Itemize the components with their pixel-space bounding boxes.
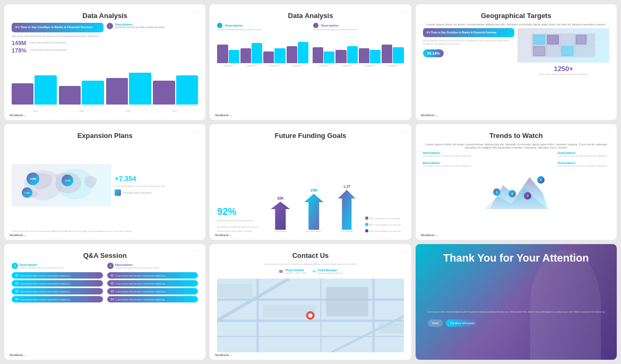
slide1-title: Data Analysis <box>12 12 198 20</box>
slide8-subtitle: Lorem ipsum dolor sit amet, consectetuer… <box>217 263 403 265</box>
slide8-phone-value: +62 017 - 7364 - 7364 <box>286 272 306 274</box>
slide7-col2-item4: 04 Lorem ipsum dolor sit amet, consectet… <box>107 296 199 302</box>
menu-dots-8[interactable]: ⋯ <box>401 248 406 254</box>
slide6-center-viz: 1 2 3 4 <box>478 151 555 232</box>
svg-rect-5 <box>533 35 545 44</box>
slide5-arrow1-label: 32K <box>277 196 284 200</box>
svg-rect-6 <box>547 35 559 44</box>
slide5-arrow3-label: 1.3T <box>343 185 351 188</box>
slide7-brand: NesBank ... <box>10 353 27 357</box>
slide7-col2-item2: 02 Lorem ipsum dolor sit amet, consectet… <box>107 280 199 287</box>
slide2-desc2-title: Description <box>321 24 339 27</box>
slide7-col2-item3: 03 Lorem ipsum dolor sit amet, consectet… <box>107 288 199 294</box>
slide4-bubble2: 1.745 <box>22 187 32 198</box>
slide1-stat1: 149M <box>12 40 27 46</box>
slide5-small2: virtue soul like these sweet mornings <box>217 230 262 232</box>
slide6-right-desc: Description Lorem ipsum dolor sit amet c… <box>558 151 609 232</box>
menu-dots-3[interactable]: ⋯ <box>606 8 611 14</box>
menu-dots-4[interactable]: ⋯ <box>195 128 200 134</box>
slide8-phone: ☎ Phone Number +62 017 - 7364 - 7364 <box>279 268 306 274</box>
slide3-highlight: It's Time to Say Goodbye to Banks & Fina… <box>423 28 515 37</box>
slide3-title: Geographical Targets <box>423 12 609 20</box>
slide5-pct: 92% <box>217 206 262 218</box>
slide4-bubble3: 3.734 <box>62 175 73 186</box>
svg-marker-14 <box>338 190 356 230</box>
slide1-chart-labels: 2022 2024 2025 2027 <box>12 110 198 112</box>
slide1-brand: NesBank ... <box>10 114 27 117</box>
slide5-arrow2-sub: Second Quarter <box>306 230 321 232</box>
slide-thank-you: Thank You for Your Attention Lorem ipsum… <box>416 244 617 360</box>
slide4-footer: Lorem ipsum dolor sit amet consectetuer … <box>12 230 198 232</box>
slide4-world-map: 3.856 1.745 3.734 <box>12 164 111 206</box>
slide8-email-value: yourmessage@gmail.com <box>318 272 342 274</box>
slide7-col1: -9 Description wonderful serenity has ta… <box>12 263 103 352</box>
svg-rect-7 <box>562 47 573 56</box>
svg-rect-8 <box>576 35 586 44</box>
slide4-info-row: Normally really really good <box>115 189 198 196</box>
slide9-body: Lorem ipsum dolor sit amet adipiscing el… <box>428 310 605 313</box>
slide5-legend-text3: But I must explain to you how all <box>370 230 400 232</box>
slide9-btn1[interactable]: Detail <box>428 319 443 327</box>
slide5-arrow1-sub: First Quarter <box>274 230 286 232</box>
slide4-stat-desc: Lorem ipsum dolor sit met tincidunt tum … <box>115 185 198 187</box>
slide7-col1-icon: -9 <box>12 263 18 269</box>
slide6-right-text1: Lorem ipsum dolor sit amet consectetuer … <box>558 154 609 157</box>
slide1-body: Sed perspiciatis unde omnis iste natus e… <box>12 35 104 38</box>
slide7-col2-icon: -9 <box>107 263 114 269</box>
slide2-desc1-text: wonderful serenity has taken possession … <box>217 28 308 31</box>
slide7-col1-item1: 01 Lorem ipsum dolor sit amet, consectet… <box>12 272 103 279</box>
svg-rect-9 <box>533 47 545 56</box>
slide6-bubble2: 2 <box>508 190 516 197</box>
slide9-title: Thank You for Your Attention <box>443 252 589 264</box>
svg-rect-29 <box>217 284 252 298</box>
slide7-col1-item4: 04 Lorem ipsum dolor sit amet, consectet… <box>12 296 103 302</box>
slide-geographical-targets: ⋯ Geographical Targets Lorem ipsum dolor… <box>416 4 617 120</box>
slide2-xlabels-right: Category 1 Category 2 Category 3 Categor… <box>313 64 404 67</box>
slide6-subtitle: Lorem ipsum dolor sit amet, consectetuer… <box>423 143 609 149</box>
slide4-info-icon <box>115 189 121 196</box>
slide8-email: ✉ Email Message yourmessage@gmail.com <box>313 268 342 274</box>
slide7-col2: -9 Description wonderful serenity has ta… <box>107 263 199 352</box>
slide1-desc-text: wonderful serenity has taken possession … <box>115 26 165 29</box>
menu-dots-7[interactable]: ⋯ <box>195 248 200 254</box>
slide1-year1: 2022 <box>32 110 37 112</box>
slide-qa-session: ⋯ Q&A Session -9 Description wonderful s… <box>4 244 205 360</box>
slide2-chart-left <box>217 34 308 63</box>
menu-dots-1[interactable]: ⋯ <box>195 8 200 14</box>
slide4-stat-big: +7.354 <box>115 175 198 183</box>
slide8-contact-info: ☎ Phone Number +62 017 - 7364 - 7364 ✉ E… <box>217 268 403 274</box>
slide1-stat2-label: Lorem ipsum dolor sit consectetuer <box>30 49 67 51</box>
slide6-bubble4: 4 <box>537 176 545 184</box>
slide9-buttons: Detail For More Information <box>428 319 605 327</box>
slide-contact-us: ⋯ Contact Us Lorem ipsum dolor sit amet,… <box>210 244 411 360</box>
menu-dots-2[interactable]: ⋯ <box>401 8 406 14</box>
menu-dots-5[interactable]: ⋯ <box>401 128 406 134</box>
slide9-btn2[interactable]: For More Information <box>446 319 479 327</box>
menu-dots-6[interactable]: ⋯ <box>606 128 611 134</box>
slide1-year2: 2024 <box>79 110 84 112</box>
slide5-legend: But I must explain to you how all But I … <box>365 216 404 232</box>
slide3-geo-text: Sed perspiciatis unde omnis iste natus e… <box>423 39 515 45</box>
slide5-arrows: 32K First Quarter 15M Second Quarter 1.3… <box>265 185 362 232</box>
slide5-title: Future Funding Goals <box>217 132 403 140</box>
slide5-pct-label: A wonderful serenity taken possession <box>217 219 262 222</box>
slide-trends-to-watch: ⋯ Trends to Watch Lorem ipsum dolor sit … <box>416 124 617 240</box>
slide1-year3: 2025 <box>126 110 131 112</box>
slide6-right-text2: Lorem ipsum dolor sit amet consectetuer … <box>558 164 609 167</box>
slide7-col1-subtitle: wonderful serenity has taken possession … <box>20 266 64 269</box>
slide7-title: Q&A Session <box>12 252 198 259</box>
slide6-bubble3: 3 <box>524 192 531 200</box>
svg-rect-32 <box>379 323 404 333</box>
slide-data-analysis-2: ⋯ Data Analysis i Description wonderful … <box>210 4 411 120</box>
slide-future-funding: ⋯ Future Funding Goals 92% A wonderful s… <box>210 124 411 240</box>
slide2-xlabels-left: Category 1 Category 2 Category 3 Categor… <box>217 64 308 67</box>
slide4-brand: NesBank ... <box>10 233 27 237</box>
slide4-title: Expansion Plans <box>12 132 198 140</box>
slide9-right: Lorem ipsum dolor sit amet adipiscing el… <box>428 310 605 352</box>
slide2-title: Data Analysis <box>217 12 403 20</box>
slide2-icon2: i <box>313 23 318 28</box>
slide2-desc2-text: wonderful serenity has taken possession … <box>313 28 404 31</box>
slide5-legend-text2: But I must explain to you how all <box>370 223 400 226</box>
slide5-legend-dot2 <box>365 223 368 226</box>
slide6-title: Trends to Watch <box>423 132 609 140</box>
